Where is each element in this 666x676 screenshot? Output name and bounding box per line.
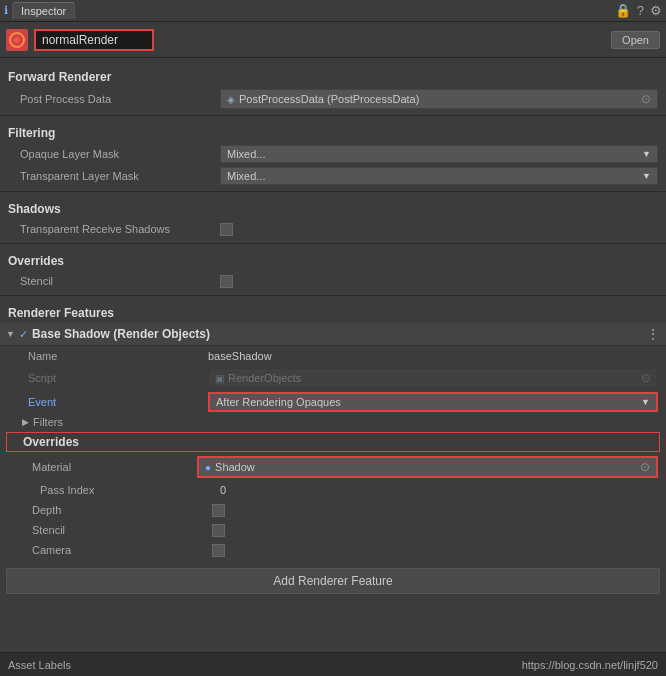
asset-name-field[interactable]: normalRender: [34, 29, 154, 51]
script-icon: ▣: [215, 373, 224, 384]
event-chevron-icon: ▼: [641, 397, 650, 407]
main-content: Forward Renderer Post Process Data ◈Post…: [0, 58, 666, 652]
base-shadow-label: Base Shadow (Render Objects): [32, 327, 210, 341]
chevron-down-icon: ▼: [642, 149, 651, 159]
material-field[interactable]: ●Shadow ⊙: [197, 456, 658, 478]
filtering-header: Filtering: [0, 120, 666, 143]
receive-shadows-checkbox[interactable]: [220, 223, 233, 236]
post-process-field[interactable]: ◈PostProcessData (PostProcessData) ⊙: [220, 89, 658, 109]
script-select-btn[interactable]: ⊙: [641, 371, 651, 385]
material-label: Material: [32, 461, 197, 473]
base-shadow-left: ▼ ✓ Base Shadow (Render Objects): [6, 327, 210, 341]
material-icon: ●: [205, 462, 211, 473]
pass-index-row: Pass Index 0: [0, 480, 666, 500]
divider-3: [0, 243, 666, 244]
overrides-top-header: Overrides: [0, 248, 666, 271]
lock-icon[interactable]: 🔒: [615, 3, 631, 18]
opaque-layer-dropdown[interactable]: Mixed... ▼: [220, 145, 658, 163]
chevron-down-icon-2: ▼: [642, 171, 651, 181]
gear-icon[interactable]: ⚙: [650, 3, 662, 18]
depth-row: Depth: [0, 500, 666, 520]
expand-icon: ▼: [6, 329, 15, 339]
transparent-layer-label: Transparent Layer Mask: [20, 170, 220, 182]
camera-label: Camera: [32, 544, 212, 556]
bottom-bar: Asset Labels https://blog.csdn.net/linjf…: [0, 652, 666, 676]
three-dots-menu[interactable]: ⋮: [646, 326, 660, 342]
stencil-top-checkbox[interactable]: [220, 275, 233, 288]
script-field[interactable]: ▣RenderObjects ⊙: [208, 368, 658, 388]
material-select-btn[interactable]: ⊙: [640, 460, 650, 474]
pass-index-value: 0: [220, 484, 658, 496]
base-shadow-row[interactable]: ▼ ✓ Base Shadow (Render Objects) ⋮: [0, 323, 666, 346]
filters-label: Filters: [33, 416, 63, 428]
overrides-inner-header-row: Overrides: [6, 432, 660, 452]
name-label: Name: [28, 350, 208, 362]
event-label: Event: [28, 396, 208, 408]
forward-renderer-header: Forward Renderer: [0, 64, 666, 87]
camera-row: Camera: [0, 540, 666, 560]
divider-4: [0, 295, 666, 296]
event-dropdown[interactable]: After Rendering Opaques ▼: [208, 392, 658, 412]
shadows-header: Shadows: [0, 196, 666, 219]
pass-index-label: Pass Index: [40, 484, 220, 496]
divider-1: [0, 115, 666, 116]
inspector-tab[interactable]: Inspector: [12, 2, 75, 19]
depth-label: Depth: [32, 504, 212, 516]
help-icon[interactable]: ?: [637, 3, 644, 18]
stencil-inner-checkbox[interactable]: [212, 524, 225, 537]
info-icon: ℹ: [4, 4, 8, 17]
overrides-inner-label: Overrides: [23, 435, 79, 449]
renderer-features-header: Renderer Features: [0, 300, 666, 323]
receive-shadows-label: Transparent Receive Shadows: [20, 223, 220, 235]
camera-checkbox[interactable]: [212, 544, 225, 557]
title-bar: ℹ Inspector 🔒 ? ⚙: [0, 0, 666, 22]
transparent-layer-dropdown[interactable]: Mixed... ▼: [220, 167, 658, 185]
asset-icon: [6, 29, 28, 51]
asset-labels-text: Asset Labels: [8, 659, 71, 671]
receive-shadows-row: Transparent Receive Shadows: [0, 219, 666, 239]
title-left: ℹ Inspector: [4, 2, 75, 19]
add-renderer-feature-button[interactable]: Add Renderer Feature: [6, 568, 660, 594]
opaque-layer-row: Opaque Layer Mask Mixed... ▼: [0, 143, 666, 165]
filters-expand-icon: ▶: [22, 417, 29, 427]
event-row: Event After Rendering Opaques ▼: [0, 390, 666, 414]
post-process-row: Post Process Data ◈PostProcessData (Post…: [0, 87, 666, 111]
filters-row[interactable]: ▶ Filters: [0, 414, 666, 430]
asset-left: normalRender: [6, 29, 154, 51]
name-value: baseShadow: [208, 350, 658, 362]
svg-point-1: [15, 38, 19, 42]
script-row: Script ▣RenderObjects ⊙: [0, 366, 666, 390]
asset-field-icon: ◈: [227, 94, 235, 105]
name-row: Name baseShadow: [0, 346, 666, 366]
script-label: Script: [28, 372, 208, 384]
opaque-layer-label: Opaque Layer Mask: [20, 148, 220, 160]
divider-2: [0, 191, 666, 192]
stencil-top-row: Stencil: [0, 271, 666, 291]
url-text: https://blog.csdn.net/linjf520: [522, 659, 658, 671]
stencil-inner-row: Stencil: [0, 520, 666, 540]
title-icons: 🔒 ? ⚙: [615, 3, 662, 18]
check-icon: ✓: [19, 328, 28, 341]
open-button[interactable]: Open: [611, 31, 660, 49]
transparent-layer-row: Transparent Layer Mask Mixed... ▼: [0, 165, 666, 187]
stencil-top-label: Stencil: [20, 275, 220, 287]
post-process-select-btn[interactable]: ⊙: [641, 92, 651, 106]
post-process-label: Post Process Data: [20, 93, 220, 105]
material-row: Material ●Shadow ⊙: [0, 454, 666, 480]
stencil-inner-label: Stencil: [32, 524, 212, 536]
depth-checkbox[interactable]: [212, 504, 225, 517]
asset-bar: normalRender Open: [0, 22, 666, 58]
